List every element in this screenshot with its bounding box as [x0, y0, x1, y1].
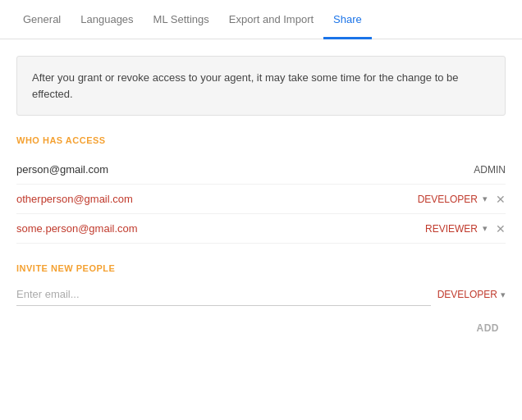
nav-tabs: GeneralLanguagesML SettingsExport and Im…	[0, 0, 522, 39]
tab-export-import[interactable]: Export and Import	[219, 0, 323, 39]
access-email: person@gmail.com	[16, 163, 108, 176]
invite-section: INVITE NEW PEOPLE DEVELOPER ▾ ADD	[16, 263, 506, 339]
tab-ml-settings[interactable]: ML Settings	[144, 0, 219, 39]
invite-label: INVITE NEW PEOPLE	[16, 263, 506, 273]
tab-share[interactable]: Share	[323, 0, 372, 39]
add-btn-row: ADD	[16, 317, 506, 339]
tab-languages[interactable]: Languages	[71, 0, 143, 39]
role-label: DEVELOPER	[418, 194, 478, 205]
info-box: After you grant or revoke access to your…	[16, 56, 506, 116]
invite-role-area: DEVELOPER ▾	[437, 289, 506, 300]
role-label: REVIEWER	[425, 223, 478, 235]
role-dropdown-icon[interactable]: ▾	[483, 223, 488, 234]
access-role-area: ADMIN	[474, 164, 506, 176]
invite-role-label: DEVELOPER	[437, 289, 497, 300]
access-role-area: REVIEWER▾✕	[425, 223, 506, 235]
tab-general[interactable]: General	[13, 0, 71, 39]
add-button[interactable]: ADD	[470, 317, 506, 339]
main-content: After you grant or revoke access to your…	[0, 39, 522, 355]
role-dropdown-icon[interactable]: ▾	[483, 194, 488, 204]
who-has-access-label: WHO HAS ACCESS	[16, 135, 506, 145]
role-label: ADMIN	[474, 164, 506, 176]
access-email: some.person@gmail.com	[16, 222, 138, 235]
remove-access-button[interactable]: ✕	[496, 194, 506, 205]
remove-access-button[interactable]: ✕	[496, 223, 506, 235]
access-email: otherperson@gmail.com	[16, 193, 133, 205]
invite-email-input[interactable]	[16, 283, 431, 306]
invite-role-dropdown-icon[interactable]: ▾	[501, 290, 506, 300]
info-message: After you grant or revoke access to your…	[32, 71, 459, 100]
access-row: otherperson@gmail.comDEVELOPER▾✕	[16, 185, 506, 214]
invite-row: DEVELOPER ▾	[16, 283, 506, 306]
access-row: person@gmail.comADMIN	[16, 155, 506, 185]
access-row: some.person@gmail.comREVIEWER▾✕	[16, 214, 506, 244]
access-role-area: DEVELOPER▾✕	[418, 194, 506, 205]
access-list: person@gmail.comADMINotherperson@gmail.c…	[16, 155, 506, 244]
